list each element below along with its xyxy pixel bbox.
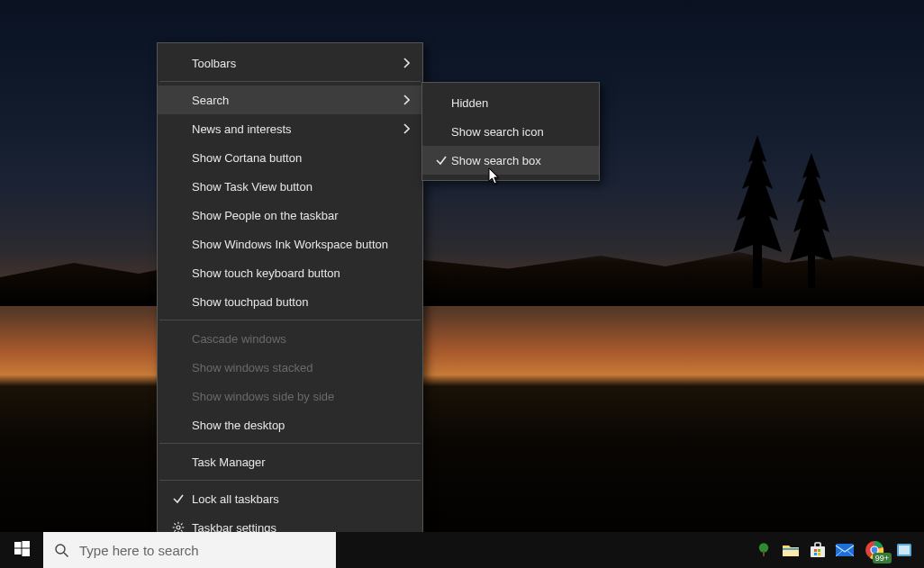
menu-item-cascade-windows: Cascade windows [158, 324, 422, 353]
submenu-item-hidden[interactable]: Hidden [422, 88, 599, 117]
taskbar-search-box[interactable]: Type here to search [43, 532, 336, 568]
start-button[interactable] [0, 532, 43, 568]
menu-item-toolbars[interactable]: Toolbars [158, 49, 422, 77]
tray-mail[interactable] [832, 532, 857, 568]
menu-item-show-touchpad[interactable]: Show touchpad button [158, 287, 422, 316]
chevron-right-icon [397, 95, 410, 105]
tray-app-icon-2[interactable] [892, 532, 917, 568]
submenu-item-show-search-box[interactable]: Show search box [422, 146, 599, 175]
tray-chrome[interactable]: 99+ [859, 532, 890, 568]
menu-item-show-touch-keyboard[interactable]: Show touch keyboard button [158, 258, 422, 287]
svg-rect-9 [14, 542, 22, 548]
menu-item-lock-all-taskbars[interactable]: Lock all taskbars [158, 484, 422, 513]
wallpaper-trees [690, 108, 870, 288]
menu-item-show-task-view[interactable]: Show Task View button [158, 172, 422, 201]
menu-label: Show Task View button [188, 180, 410, 194]
file-explorer-icon [782, 543, 800, 557]
menu-label: News and interests [188, 122, 397, 136]
menu-label: Toolbars [188, 57, 397, 70]
search-icon [43, 543, 79, 558]
menu-label: Hidden [451, 96, 586, 110]
svg-rect-20 [814, 549, 817, 552]
menu-label: Show touch keyboard button [188, 266, 410, 280]
svg-point-13 [56, 545, 65, 554]
menu-label: Lock all taskbars [188, 492, 410, 506]
menu-item-show-windows-side-by-side: Show windows side by side [158, 382, 422, 410]
system-tray: 99+ [751, 532, 924, 568]
tray-microsoft-store[interactable] [805, 532, 830, 568]
check-icon [168, 492, 188, 505]
menu-item-show-cortana[interactable]: Show Cortana button [158, 143, 422, 172]
svg-rect-10 [22, 541, 30, 548]
svg-rect-12 [22, 548, 30, 556]
chevron-right-icon [397, 58, 410, 68]
menu-item-show-ink-workspace[interactable]: Show Windows Ink Workspace button [158, 230, 422, 258]
tray-app-icon[interactable] [751, 532, 776, 568]
svg-line-5 [174, 523, 176, 525]
notification-badge: 99+ [873, 553, 892, 563]
menu-item-show-people[interactable]: Show People on the taskbar [158, 201, 422, 230]
tray-file-explorer[interactable] [778, 532, 803, 568]
store-icon [809, 542, 827, 558]
chevron-right-icon [397, 123, 410, 134]
svg-line-14 [64, 553, 68, 557]
svg-rect-29 [899, 545, 910, 554]
svg-rect-22 [814, 553, 817, 555]
svg-rect-11 [14, 548, 22, 554]
taskbar[interactable]: Type here to search [0, 532, 924, 568]
windows-logo-icon [14, 541, 30, 560]
check-icon [431, 154, 451, 167]
svg-line-7 [181, 523, 183, 525]
svg-rect-23 [818, 553, 820, 555]
menu-divider [159, 320, 421, 320]
menu-item-show-windows-stacked: Show windows stacked [158, 353, 422, 382]
document-icon [895, 543, 913, 557]
menu-label: Show search box [451, 154, 586, 167]
search-submenu: Hidden Show search icon Show search box [421, 82, 600, 181]
tree-icon [756, 542, 772, 558]
menu-divider [159, 480, 421, 481]
menu-label: Show People on the taskbar [188, 209, 410, 222]
svg-rect-16 [763, 551, 765, 556]
menu-label: Show the desktop [188, 419, 410, 432]
submenu-item-show-search-icon[interactable]: Show search icon [422, 117, 599, 146]
menu-label: Cascade windows [188, 332, 410, 346]
menu-label: Show touchpad button [188, 295, 410, 309]
menu-label: Show windows side by side [188, 390, 410, 403]
svg-point-0 [177, 526, 180, 529]
menu-item-show-the-desktop[interactable]: Show the desktop [158, 410, 422, 439]
menu-item-news-and-interests[interactable]: News and interests [158, 114, 422, 143]
menu-item-task-manager[interactable]: Task Manager [158, 447, 422, 476]
menu-label: Search [188, 94, 397, 107]
svg-rect-21 [818, 549, 820, 552]
menu-divider [159, 81, 421, 82]
svg-rect-18 [783, 548, 799, 550]
menu-label: Show search icon [451, 125, 586, 139]
mail-icon [835, 542, 855, 558]
menu-divider [159, 443, 421, 444]
menu-item-search[interactable]: Search [158, 86, 422, 114]
menu-label: Task Manager [188, 455, 410, 469]
search-placeholder: Type here to search [79, 543, 199, 558]
taskbar-context-menu: Toolbars Search News and interests Show … [157, 42, 423, 552]
menu-label: Show Windows Ink Workspace button [188, 238, 410, 251]
menu-label: Show Cortana button [188, 151, 410, 165]
menu-label: Show windows stacked [188, 361, 410, 374]
